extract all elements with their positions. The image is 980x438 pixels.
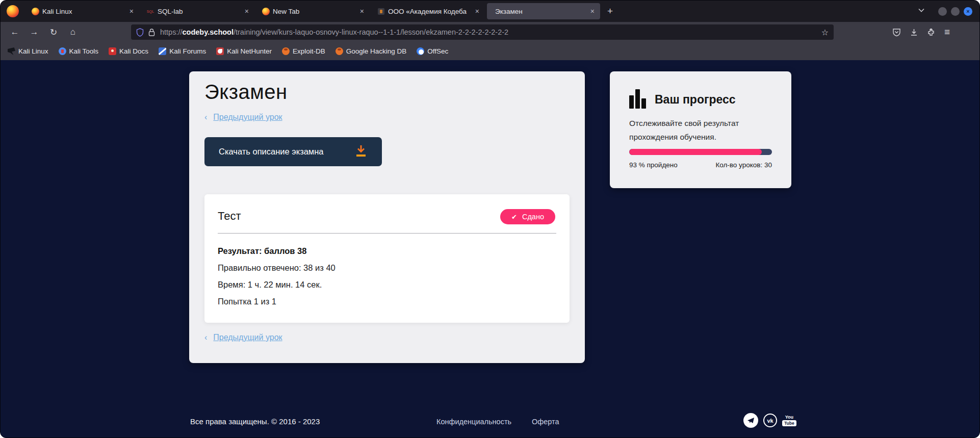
exploit-db-bug-icon <box>282 47 290 55</box>
list-tabs-chevron-icon[interactable] <box>918 7 925 16</box>
bar-chart-icon <box>629 89 647 109</box>
bookmark-exploit-db[interactable]: Exploit-DB <box>282 47 325 55</box>
bookmark-kali-forums[interactable]: Kali Forums <box>159 47 206 55</box>
bookmark-kali-tools[interactable]: Kali Tools <box>59 47 99 55</box>
bookmark-star-icon[interactable]: ☆ <box>821 28 829 37</box>
download-exam-description-button[interactable]: Скачать описание экзамна <box>204 137 382 166</box>
check-icon: ✔ <box>511 213 517 221</box>
bookmark-label: Kali Linux <box>18 47 48 55</box>
tab-title: New Tab <box>273 8 355 15</box>
privacy-link[interactable]: Конфиденциальность <box>436 418 511 426</box>
new-tab-button[interactable]: + <box>602 5 618 18</box>
browser-window: Kali Linux × SQL SQL-lab × New Tab × ООО… <box>0 0 980 438</box>
bookmark-label: Google Hacking DB <box>346 47 407 55</box>
footer-copyright: Все права защищены. © 2016 - 2023 <box>190 417 320 426</box>
kali-dragon-icon <box>8 47 15 55</box>
tab-academy[interactable]: ООО «Академия Кодеба × <box>372 3 485 19</box>
bookmarks-bar: Kali Linux Kali Tools Kali Docs Kali For… <box>1 42 979 60</box>
tab-title: SQL-lab <box>158 8 240 15</box>
previous-lesson-label: Предыдущий урок <box>213 113 282 122</box>
previous-lesson-link-top[interactable]: ‹ Предыдущий урок <box>204 113 282 122</box>
result-attempt: Попытка 1 из 1 <box>218 297 336 306</box>
offsec-icon <box>417 47 424 55</box>
close-tab-icon[interactable]: × <box>358 7 366 15</box>
previous-lesson-label: Предыдущий урок <box>213 333 282 342</box>
lessons-count-label: Кол-во уроков: 30 <box>715 161 772 169</box>
divider <box>218 233 556 234</box>
maximize-button[interactable] <box>951 7 960 16</box>
forward-button[interactable]: → <box>27 25 41 39</box>
tab-title: Kali Linux <box>42 8 125 15</box>
url-text[interactable]: https://codeby.school/training/view/kurs… <box>160 28 821 36</box>
progress-bar-track <box>629 149 772 155</box>
sql-favicon-icon: SQL <box>146 7 154 15</box>
close-tab-icon[interactable]: × <box>128 7 135 15</box>
firefox-favicon-icon <box>31 7 39 15</box>
tracking-shield-icon[interactable] <box>136 28 144 37</box>
back-button[interactable]: ← <box>8 25 22 39</box>
downloads-icon[interactable] <box>910 28 918 37</box>
extensions-puzzle-icon[interactable] <box>927 28 936 37</box>
firefox-favicon-icon <box>262 7 270 15</box>
bookmark-label: Kali Tools <box>69 47 99 55</box>
exam-card: Экзамен ‹ Предыдущий урок Скачать описан… <box>189 71 585 363</box>
close-tab-icon[interactable]: × <box>474 7 481 15</box>
tab-bar: Kali Linux × SQL SQL-lab × New Tab × ООО… <box>1 1 979 22</box>
vk-icon[interactable]: vk <box>763 414 777 427</box>
download-button-label: Скачать описание экзамна <box>219 147 354 157</box>
result-correct: Правильно отвечено: 38 из 40 <box>218 263 336 273</box>
url-path: /training/view/kurs-laquo-osnovy-linux-r… <box>234 28 508 36</box>
bookmark-label: Kali NetHunter <box>227 47 272 55</box>
result-score: Результат: баллов 38 <box>218 246 336 256</box>
result-lines: Результат: баллов 38 Правильно отвечено:… <box>218 246 336 306</box>
navigation-toolbar: ← → ↻ ⌂ https://codeby.school/training/v… <box>1 22 979 42</box>
footer-links: Конфиденциальность Оферта <box>436 418 559 426</box>
window-controls: × <box>938 7 972 16</box>
bookmark-label: Exploit-DB <box>293 47 325 55</box>
tab-sql-lab[interactable]: SQL SQL-lab × <box>141 3 254 19</box>
bookmark-kali-nethunter[interactable]: Kali NetHunter <box>216 47 272 55</box>
toolbar-icons: ≡ <box>892 27 950 38</box>
bookmark-offsec[interactable]: OffSec <box>417 47 448 55</box>
minimize-button[interactable] <box>938 7 947 16</box>
telegram-icon[interactable] <box>743 413 758 428</box>
result-time: Время: 1 ч. 22 мин. 14 сек. <box>218 280 336 290</box>
offer-link[interactable]: Оферта <box>532 418 559 426</box>
test-title: Тест <box>218 210 241 223</box>
kali-docs-icon <box>109 47 116 55</box>
progress-description: Отслеживайте свой результат прохождения … <box>629 116 767 144</box>
lock-icon[interactable] <box>148 29 155 36</box>
reload-button[interactable]: ↻ <box>46 25 61 39</box>
chevron-left-icon: ‹ <box>204 113 207 122</box>
home-button[interactable]: ⌂ <box>66 25 80 39</box>
page-content: Экзамен ‹ Предыдущий урок Скачать описан… <box>1 60 979 438</box>
menu-hamburger-icon[interactable]: ≡ <box>944 27 950 38</box>
progress-labels: 93 % пройдено Кол-во уроков: 30 <box>629 161 772 169</box>
previous-lesson-link-bottom[interactable]: ‹ Предыдущий урок <box>204 333 282 342</box>
kali-nethunter-icon <box>216 47 224 55</box>
bookmark-label: Kali Docs <box>119 47 148 55</box>
academy-favicon-icon <box>377 7 385 15</box>
close-tab-icon[interactable]: × <box>589 7 596 15</box>
tab-ekzamen-active[interactable]: Экзамен × <box>487 3 600 19</box>
kali-tools-icon <box>59 47 66 55</box>
pocket-shield-icon[interactable] <box>892 28 901 37</box>
window-close-button[interactable]: × <box>964 7 972 16</box>
tab-title: ООО «Академия Кодеба <box>388 8 471 15</box>
close-tab-icon[interactable]: × <box>243 7 250 15</box>
bookmark-label: Kali Forums <box>169 47 206 55</box>
bookmark-kali-docs[interactable]: Kali Docs <box>109 47 148 55</box>
bookmark-google-hacking-db[interactable]: Google Hacking DB <box>336 47 407 55</box>
progress-title: Ваш прогресс <box>655 93 736 107</box>
tab-title: Экзамен <box>495 8 586 15</box>
progress-percent-label: 93 % пройдено <box>629 161 678 169</box>
bookmark-label: OffSec <box>427 47 448 55</box>
tab-new-tab[interactable]: New Tab × <box>256 3 370 19</box>
passed-status-badge: ✔ Сдано <box>500 209 555 224</box>
badge-label: Сдано <box>522 213 544 221</box>
bookmark-kali-linux[interactable]: Kali Linux <box>8 47 48 55</box>
url-bar[interactable]: https://codeby.school/training/view/kurs… <box>131 24 834 40</box>
google-hacking-db-bug-icon <box>336 47 343 55</box>
youtube-icon[interactable]: YouTube <box>782 415 796 426</box>
tab-kali-linux[interactable]: Kali Linux × <box>26 3 139 19</box>
